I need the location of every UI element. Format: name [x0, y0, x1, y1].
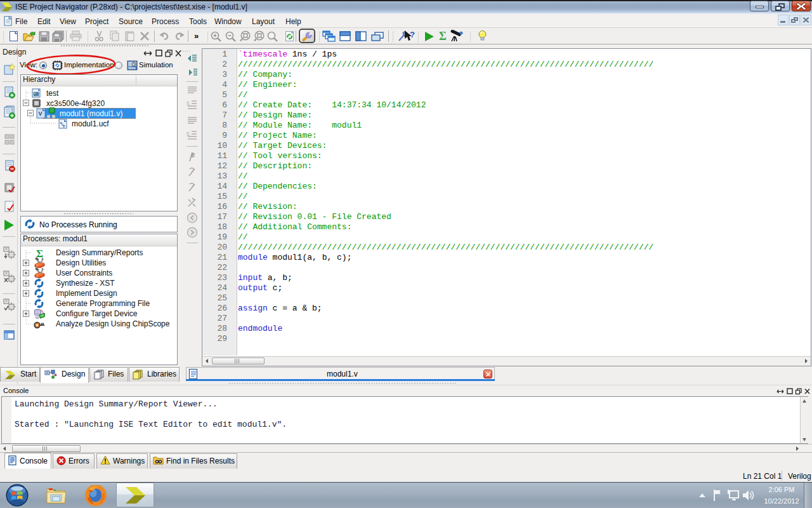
- svg-text:Σ: Σ: [439, 30, 447, 42]
- svg-text:V: V: [39, 110, 43, 117]
- svg-text:ISim: ISim: [128, 66, 136, 70]
- svg-text:?: ?: [410, 30, 415, 39]
